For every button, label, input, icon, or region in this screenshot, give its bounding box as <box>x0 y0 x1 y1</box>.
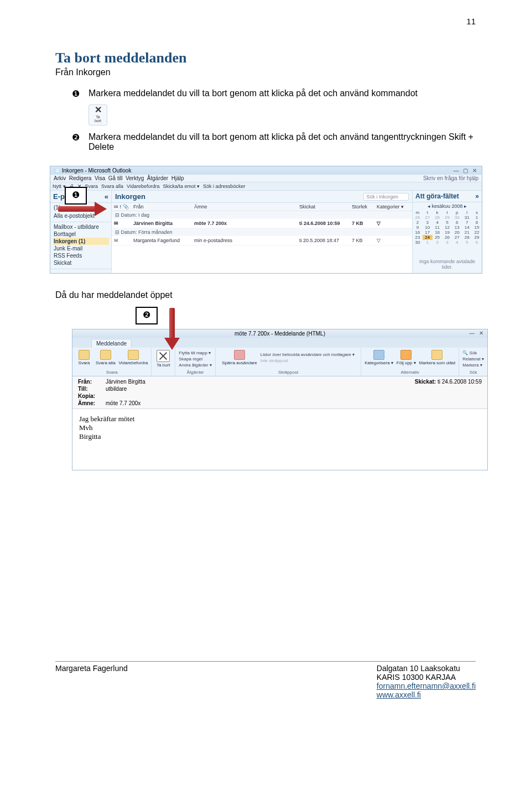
month-prev-icon[interactable]: ◂ <box>428 203 430 209</box>
btn-relaterat[interactable]: Relaterat ▾ <box>462 356 484 362</box>
tb-new[interactable]: Nytt ▾ <box>53 184 66 189</box>
btn-folj-upp[interactable]: Följ upp ▾ <box>397 350 416 365</box>
nav-inbox[interactable]: Inkorgen (1) <box>54 238 109 245</box>
cal-day[interactable]: 7 <box>462 220 472 225</box>
nav-deleted[interactable]: Borttagel <box>54 230 109 238</box>
btn-listor[interactable]: Listor över betrodda avsändare och motta… <box>261 352 355 358</box>
cal-day[interactable]: 23 <box>413 235 423 240</box>
btn-sok[interactable]: 🔍 Sök <box>462 350 484 356</box>
cal-day[interactable]: 17 <box>423 230 433 235</box>
col-sent[interactable]: Skickat <box>299 204 352 209</box>
tab-meddelande[interactable]: Meddelande <box>91 339 132 348</box>
nav-mailbox[interactable]: Mailbox - utbildare <box>54 223 109 230</box>
menu-atgarder[interactable]: Åtgärder <box>147 175 168 181</box>
menu-arkiv[interactable]: Arkiv <box>54 175 66 181</box>
message-row-2[interactable]: ✉ Margareta Fagerlund min e-postadress t… <box>112 236 412 245</box>
cal-day[interactable]: 15 <box>472 225 482 230</box>
menu-visa[interactable]: Visa <box>95 175 105 181</box>
nav-sent[interactable]: Skickat <box>54 259 109 266</box>
nav-junk[interactable]: Junk E-mail <box>54 245 109 252</box>
cal-day[interactable]: 6 <box>472 240 482 245</box>
menu-ga-till[interactable]: Gå till <box>108 175 123 181</box>
message-row-1[interactable]: ✉ Järvinen Birgitta möte 7.7 200x ti 24.… <box>112 219 412 228</box>
cal-day[interactable]: 30 <box>452 215 462 220</box>
group-today[interactable]: ⊟ Datum: I dag <box>112 211 412 219</box>
cal-day[interactable]: 16 <box>413 230 423 235</box>
cal-day[interactable]: 2 <box>413 220 423 225</box>
close-icon[interactable]: ✕ <box>471 167 478 174</box>
tb-forward[interactable]: Vidarebefordra <box>127 184 159 189</box>
btn-svara[interactable]: Svara <box>76 350 92 365</box>
menu-redigera[interactable]: Redigera <box>69 175 92 181</box>
cal-day[interactable]: 11 <box>433 225 442 230</box>
cal-day[interactable]: 4 <box>452 240 462 245</box>
cal-day[interactable]: 5 <box>442 220 452 225</box>
cal-day[interactable]: 19 <box>442 230 452 235</box>
col-from[interactable]: Från <box>133 204 194 209</box>
cal-day[interactable]: 29 <box>472 235 482 240</box>
cal-day[interactable]: 5 <box>462 240 472 245</box>
minimize-icon[interactable]: — <box>452 167 460 174</box>
cal-day[interactable]: 12 <box>442 225 452 230</box>
cal-day[interactable]: 31 <box>462 215 472 220</box>
cal-day[interactable]: 9 <box>413 225 423 230</box>
cal-day[interactable]: 2 <box>433 240 442 245</box>
cal-day[interactable]: 28 <box>462 235 472 240</box>
cal-day[interactable]: 14 <box>462 225 472 230</box>
cal-day[interactable]: 10 <box>423 225 433 230</box>
cal-day[interactable]: 27 <box>452 235 462 240</box>
col-size[interactable]: Storlek <box>352 204 377 209</box>
tb-sendreceive[interactable]: Skicka/ta emot ▾ <box>163 184 200 189</box>
cal-day[interactable]: 21 <box>462 230 472 235</box>
btn-svara-alla[interactable]: Svara alla <box>96 350 116 365</box>
cal-day[interactable]: 6 <box>452 220 462 225</box>
cal-day[interactable]: 29 <box>442 215 452 220</box>
btn-markera[interactable]: Markera ▾ <box>462 362 484 368</box>
tb-reply[interactable]: Svara <box>85 184 98 189</box>
cal-day[interactable]: 8 <box>472 220 482 225</box>
msg-minimize-icon[interactable]: — <box>468 330 476 336</box>
cal-day[interactable]: 22 <box>472 230 482 235</box>
cal-day[interactable]: 30 <box>413 240 423 245</box>
col-icons[interactable]: ✉ ! 📎 <box>114 204 133 209</box>
cal-day[interactable]: 13 <box>452 225 462 230</box>
btn-ta-bort[interactable]: Ta bort <box>155 350 171 368</box>
cal-day[interactable]: 26 <box>442 235 452 240</box>
cal-day[interactable]: 28 <box>433 215 442 220</box>
group-lastmonth[interactable]: ⊟ Datum: Förra månaden <box>112 228 412 236</box>
row2-flag-icon[interactable]: ▽ <box>377 238 410 243</box>
cal-day[interactable]: 3 <box>442 240 452 245</box>
cal-day[interactable]: 25 <box>433 235 442 240</box>
cal-day[interactable]: 24 <box>423 235 433 240</box>
cal-day[interactable]: 1 <box>472 215 482 220</box>
row1-flag-icon[interactable]: ▽ <box>377 221 410 226</box>
btn-vidarebefordra[interactable]: Vidarebefordra <box>119 350 148 365</box>
cal-day[interactable]: 4 <box>433 220 442 225</box>
cal-day[interactable]: 1 <box>423 240 433 245</box>
cal-day[interactable]: 27 <box>423 215 433 220</box>
col-subject[interactable]: Ämne <box>194 204 299 209</box>
menu-hjalp[interactable]: Hjälp <box>171 175 184 181</box>
month-next-icon[interactable]: ▸ <box>464 203 467 209</box>
btn-markera-olast[interactable]: Markera som oläst <box>419 350 456 365</box>
footer-web-link[interactable]: www.axxell.fi <box>377 690 421 699</box>
btn-andra[interactable]: Andra åtgärder ▾ <box>179 362 212 368</box>
btn-kategorisera[interactable]: Kategorisera ▾ <box>365 350 393 365</box>
btn-inte-skrap[interactable]: Inte skräppost <box>261 358 355 364</box>
maximize-icon[interactable]: ▢ <box>461 167 469 174</box>
msg-close-icon[interactable]: ✕ <box>477 330 485 336</box>
nav-collapse-icon[interactable]: « <box>105 192 108 201</box>
cal-day[interactable]: 3 <box>423 220 433 225</box>
nav-rss[interactable]: RSS Feeds <box>54 252 109 259</box>
btn-flytta[interactable]: Flytta till mapp ▾ <box>179 350 212 356</box>
search-input[interactable]: Sök i Inkorgen <box>363 193 409 201</box>
footer-email-link[interactable]: fornamn.efternamn@axxell.fi <box>377 682 476 690</box>
todo-collapse-icon[interactable]: » <box>475 192 479 200</box>
cal-day[interactable]: 26 <box>413 215 423 220</box>
col-categories[interactable]: Kategorier ▾ <box>377 204 410 209</box>
tb-reply-all[interactable]: Svara alla <box>101 184 123 189</box>
cal-day[interactable]: 20 <box>452 230 462 235</box>
tb-search-addr[interactable]: Sök i adressböcker <box>203 184 246 189</box>
btn-sparra[interactable]: Spärra avsändare <box>222 350 257 365</box>
menu-verktyg[interactable]: Verktyg <box>126 175 144 181</box>
